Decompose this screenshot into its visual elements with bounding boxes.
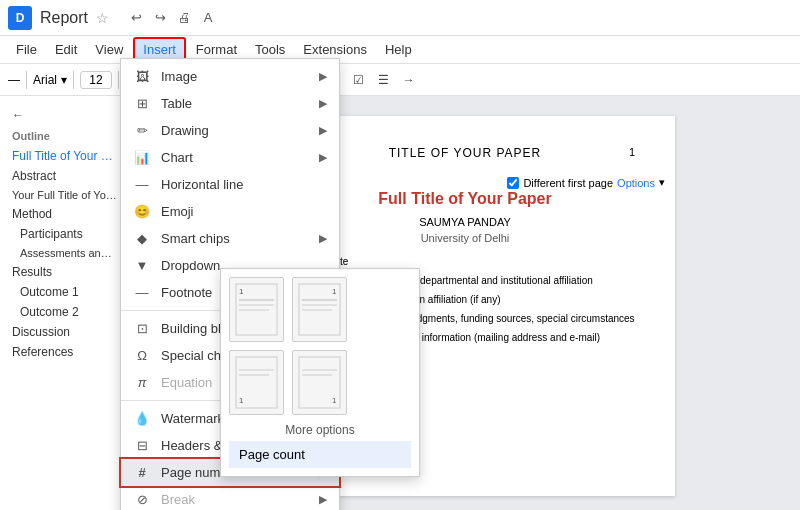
watermark-label: Watermark bbox=[161, 411, 224, 426]
table-arrow-icon: ▶ bbox=[319, 97, 327, 110]
menu-help[interactable]: Help bbox=[377, 39, 420, 60]
outline-header: Outline bbox=[0, 126, 129, 146]
svg-text:1: 1 bbox=[239, 287, 244, 296]
smart-chips-menu-icon: ◆ bbox=[133, 231, 151, 246]
svg-text:1: 1 bbox=[332, 287, 337, 296]
chevron-down-icon[interactable]: ▾ bbox=[61, 73, 67, 87]
menu-image[interactable]: 🖼 Image ▶ bbox=[121, 63, 339, 90]
page-number-thumbs-row-2: 1 1 bbox=[229, 350, 411, 415]
university-name: University of Delhi bbox=[295, 232, 635, 244]
page-number-thumbs-row: 1 1 bbox=[229, 277, 411, 342]
equation-menu-icon: π bbox=[133, 375, 151, 390]
footnote-label: Footnote bbox=[161, 285, 212, 300]
doc-title-text: TITLE OF YOUR PAPER bbox=[295, 146, 635, 160]
menu-drawing[interactable]: ✏ Drawing ▶ bbox=[121, 117, 339, 144]
options-chevron-icon[interactable]: ▾ bbox=[659, 176, 665, 189]
sidebar-item-method[interactable]: Method bbox=[0, 204, 129, 224]
sidebar-item-results[interactable]: Results bbox=[0, 262, 129, 282]
menu-tools[interactable]: Tools bbox=[247, 39, 293, 60]
table-label: Table bbox=[161, 96, 192, 111]
sidebar: ← Outline Full Title of Your Paper Abstr… bbox=[0, 96, 130, 510]
zoom-button[interactable]: — bbox=[8, 73, 20, 87]
font-size-input[interactable] bbox=[80, 71, 112, 89]
spellcheck-button[interactable]: A bbox=[197, 7, 219, 29]
dropdown-label: Dropdown bbox=[161, 258, 220, 273]
page-num-thumb-bottom-right[interactable]: 1 bbox=[292, 350, 347, 415]
undo-button[interactable]: ↩ bbox=[125, 7, 147, 29]
toolbar-icons: ↩ ↪ 🖨 A bbox=[125, 7, 219, 29]
diff-first-label: Different first page bbox=[523, 177, 613, 189]
sidebar-item-full-title[interactable]: Full Title of Your Paper bbox=[0, 146, 129, 166]
drawing-menu-icon: ✏ bbox=[133, 123, 151, 138]
page-numbers-menu-icon: # bbox=[133, 465, 151, 480]
back-button[interactable]: ← bbox=[0, 104, 129, 126]
emoji-menu-icon: 😊 bbox=[133, 204, 151, 219]
indent-button[interactable]: → bbox=[398, 71, 420, 89]
menu-file[interactable]: File bbox=[8, 39, 45, 60]
menu-table[interactable]: ⊞ Table ▶ bbox=[121, 90, 339, 117]
menu-horizontal-line[interactable]: — Horizontal line bbox=[121, 171, 339, 198]
page-number: 1 bbox=[629, 146, 635, 158]
menu-view[interactable]: View bbox=[87, 39, 131, 60]
svg-text:1: 1 bbox=[239, 396, 244, 405]
font-family[interactable]: Arial bbox=[33, 73, 57, 87]
menu-extensions[interactable]: Extensions bbox=[295, 39, 375, 60]
paper-title: Full Title of Your Paper bbox=[295, 190, 635, 208]
page-num-thumb-bottom-left[interactable]: 1 bbox=[229, 350, 284, 415]
menu-edit[interactable]: Edit bbox=[47, 39, 85, 60]
page-num-thumb-top-right-svg: 1 bbox=[297, 282, 342, 337]
menu-chart[interactable]: 📊 Chart ▶ bbox=[121, 144, 339, 171]
checklist-button[interactable]: ☑ bbox=[348, 71, 369, 89]
dropdown-menu-icon: ▼ bbox=[133, 258, 151, 273]
table-menu-icon: ⊞ bbox=[133, 96, 151, 111]
smart-chips-label: Smart chips bbox=[161, 231, 230, 246]
redo-button[interactable]: ↪ bbox=[149, 7, 171, 29]
list-button[interactable]: ☰ bbox=[373, 71, 394, 89]
special-chars-menu-icon: Ω bbox=[133, 348, 151, 363]
image-menu-icon: 🖼 bbox=[133, 69, 151, 84]
hline-label: Horizontal line bbox=[161, 177, 243, 192]
menu-emoji[interactable]: 😊 Emoji bbox=[121, 198, 339, 225]
sidebar-item-your-full-title[interactable]: Your Full Title of Your Pa... bbox=[0, 186, 129, 204]
sidebar-item-references[interactable]: References bbox=[0, 342, 129, 362]
options-button[interactable]: Options bbox=[617, 177, 655, 189]
print-button[interactable]: 🖨 bbox=[173, 7, 195, 29]
watermark-menu-icon: 💧 bbox=[133, 411, 151, 426]
author-note-line: Author Note bbox=[295, 256, 635, 267]
author-name: SAUMYA PANDAY bbox=[295, 216, 635, 228]
emoji-label: Emoji bbox=[161, 204, 194, 219]
break-arrow-icon: ▶ bbox=[319, 493, 327, 506]
menu-format[interactable]: Format bbox=[188, 39, 245, 60]
menu-smart-chips[interactable]: ◆ Smart chips ▶ bbox=[121, 225, 339, 252]
drawing-arrow-icon: ▶ bbox=[319, 124, 327, 137]
page-num-thumb-top-left-svg: 1 bbox=[234, 282, 279, 337]
sidebar-item-outcome1[interactable]: Outcome 1 bbox=[0, 282, 129, 302]
diff-first-checkbox[interactable] bbox=[507, 177, 519, 189]
image-arrow-icon: ▶ bbox=[319, 70, 327, 83]
more-options-link[interactable]: More options bbox=[229, 423, 411, 437]
different-first-page: Different first page Options ▾ bbox=[507, 176, 665, 189]
sidebar-item-assessments[interactable]: Assessments and Me... bbox=[0, 244, 129, 262]
chart-label: Chart bbox=[161, 150, 193, 165]
drawing-label: Drawing bbox=[161, 123, 209, 138]
chart-arrow-icon: ▶ bbox=[319, 151, 327, 164]
menu-break: ⊘ Break ▶ bbox=[121, 486, 339, 510]
svg-text:1: 1 bbox=[332, 396, 337, 405]
page-num-thumb-top-left[interactable]: 1 bbox=[229, 277, 284, 342]
sidebar-item-outcome2[interactable]: Outcome 2 bbox=[0, 302, 129, 322]
top-bar: D Report ☆ ↩ ↪ 🖨 A bbox=[0, 0, 800, 36]
sidebar-item-discussion[interactable]: Discussion bbox=[0, 322, 129, 342]
headers-footers-menu-icon: ⊟ bbox=[133, 438, 151, 453]
page-num-thumb-top-right[interactable]: 1 bbox=[292, 277, 347, 342]
chart-menu-icon: 📊 bbox=[133, 150, 151, 165]
break-menu-icon: ⊘ bbox=[133, 492, 151, 507]
back-arrow-icon: ← bbox=[12, 108, 24, 122]
sidebar-item-participants[interactable]: Participants bbox=[0, 224, 129, 244]
page-count-item[interactable]: Page count bbox=[229, 441, 411, 468]
sidebar-item-abstract[interactable]: Abstract bbox=[0, 166, 129, 186]
break-label: Break bbox=[161, 492, 195, 507]
image-label: Image bbox=[161, 69, 197, 84]
app-icon: D bbox=[8, 6, 32, 30]
star-icon[interactable]: ☆ bbox=[96, 10, 109, 26]
footnote-menu-icon: — bbox=[133, 285, 151, 300]
